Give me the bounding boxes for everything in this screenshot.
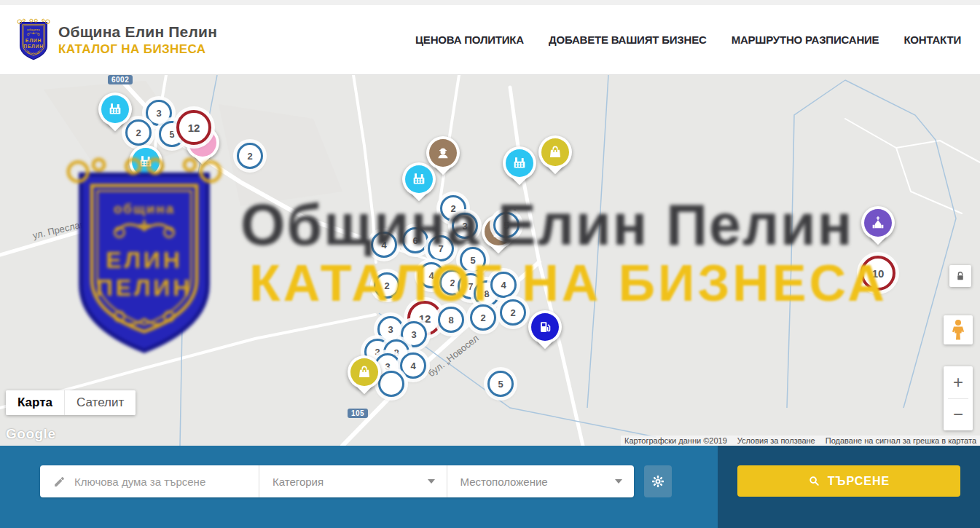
construction-worker-pin[interactable] (426, 136, 460, 178)
shopping-bag-icon (350, 358, 378, 386)
cluster-marker[interactable]: 4 (490, 272, 517, 298)
map-canvas[interactable]: ул. Преславбул. „Новоселци“6002105 32512… (0, 75, 980, 446)
category-select[interactable]: Категория (259, 465, 447, 497)
attribution-report-link[interactable]: Подаване на сигнал за грешка в картата (826, 436, 976, 445)
pegman-button[interactable] (944, 315, 973, 344)
cluster-marker[interactable]: 2 (500, 299, 526, 326)
search-submit-button[interactable]: ТЪРСЕНЕ (737, 465, 960, 497)
shopping-bag-icon (541, 138, 569, 166)
cluster-marker[interactable]: 2 (237, 143, 263, 169)
pegman-icon (949, 319, 967, 341)
fuel-pump-pin[interactable] (528, 310, 562, 352)
search-bar: Категория Местоположение (0, 446, 980, 528)
zoom-control: + − (944, 366, 973, 430)
construction-worker-icon (429, 139, 457, 167)
cluster-marker[interactable]: 10 (861, 256, 895, 291)
keyword-search-input[interactable] (74, 476, 259, 488)
chevron-down-icon (615, 479, 622, 484)
brand[interactable]: община ЕЛИН ПЕЛИН Община Елин Пелин КАТА… (16, 17, 217, 63)
cluster-marker[interactable]: 12 (176, 110, 211, 145)
google-logo: Google (6, 426, 55, 442)
search-filter-group: Категория Местоположение (40, 465, 634, 497)
cluster-marker[interactable]: 4 (371, 232, 397, 258)
map-attribution: Картографски данни ©2019 Условия за полз… (621, 436, 980, 446)
cluster-marker[interactable]: 3 (377, 316, 404, 342)
chevron-down-icon (428, 479, 435, 484)
factory-icon (506, 149, 533, 177)
municipality-logo: община ЕЛИН ПЕЛИН (16, 17, 51, 63)
keyword-field-wrap (40, 465, 259, 497)
factory-pin[interactable] (503, 146, 536, 189)
svg-text:ЕЛИН: ЕЛИН (26, 37, 42, 42)
cluster-marker[interactable]: 5 (493, 212, 520, 238)
svg-text:община: община (27, 27, 40, 31)
factory-icon (101, 95, 129, 123)
church-icon (864, 209, 892, 237)
location-select-value: Местоположение (460, 476, 548, 488)
zoom-out-button[interactable]: − (944, 399, 973, 431)
factory-pin[interactable] (129, 145, 162, 187)
map-type-satellite-button[interactable]: Сателит (64, 390, 136, 415)
shopping-bag-pin[interactable] (538, 135, 572, 178)
nav-contacts[interactable]: КОНТАКТИ (903, 34, 961, 46)
cluster-marker[interactable]: 7 (428, 235, 454, 261)
map-type-map-button[interactable]: Карта (6, 390, 64, 415)
fuel-pump-icon (531, 313, 559, 341)
search-icon (808, 475, 820, 487)
header: община ЕЛИН ПЕЛИН Община Елин Пелин КАТА… (0, 5, 980, 75)
map-type-switch: Карта Сателит (6, 390, 136, 415)
map-markers: 325122236755424278412822333834510 (0, 75, 980, 446)
cluster-marker[interactable]: 8 (438, 307, 464, 333)
nav-pricing-policy[interactable]: ЦЕНОВА ПОЛИТИКА (415, 34, 524, 46)
cluster-marker[interactable]: 3 (452, 213, 478, 239)
lock-button[interactable] (949, 265, 971, 287)
nav-add-your-business[interactable]: ДОБАВЕТЕ ВАШИЯТ БИЗНЕС (549, 34, 707, 46)
attribution-data: Картографски данни ©2019 (624, 436, 727, 445)
gear-icon (651, 474, 665, 489)
zoom-in-button[interactable]: + (944, 366, 973, 398)
brand-title: Община Елин Пелин (58, 23, 217, 41)
cluster-marker[interactable]: 6 (402, 227, 428, 253)
brand-subtitle: КАТАЛОГ НА БИЗНЕСА (58, 42, 217, 57)
cluster-marker[interactable]: 5 (460, 247, 486, 273)
nav-route-schedule[interactable]: МАРШРУТНО РАЗПИСАНИЕ (732, 34, 879, 46)
cluster-marker[interactable]: 2 (470, 304, 496, 331)
main-nav: ЦЕНОВА ПОЛИТИКА ДОБАВЕТЕ ВАШИЯТ БИЗНЕС М… (415, 34, 961, 46)
factory-icon (132, 148, 160, 176)
cluster-marker[interactable]: 2 (374, 272, 400, 299)
page: община ЕЛИН ПЕЛИН Община Елин Пелин КАТА… (0, 0, 980, 528)
cluster-marker[interactable] (378, 371, 404, 397)
church-pin[interactable] (861, 206, 895, 248)
location-select[interactable]: Местоположение (447, 465, 635, 497)
svg-text:ПЕЛИН: ПЕЛИН (23, 43, 44, 48)
category-select-value: Категория (273, 476, 324, 488)
factory-pin[interactable] (98, 92, 132, 135)
top-strip (0, 0, 980, 5)
advanced-settings-button[interactable] (644, 465, 672, 497)
search-button-label: ТЪРСЕНЕ (828, 475, 890, 488)
cluster-marker[interactable]: 5 (487, 371, 514, 397)
attribution-terms-link[interactable]: Условия за ползване (737, 436, 815, 445)
pencil-icon (53, 476, 66, 488)
lock-icon (954, 269, 967, 283)
cluster-marker[interactable]: 4 (400, 352, 426, 379)
shopping-bag-pin[interactable] (348, 355, 381, 398)
